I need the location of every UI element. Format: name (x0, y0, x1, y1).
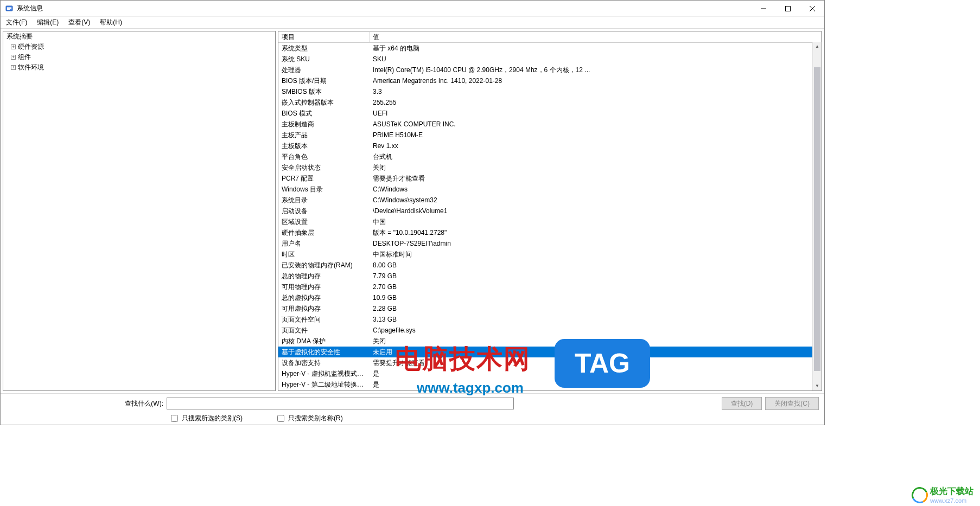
row-item: 总的虚拟内存 (278, 293, 370, 303)
menu-help[interactable]: 帮助(H) (97, 17, 125, 28)
table-row[interactable]: Windows 目录C:\Windows (278, 184, 822, 195)
row-value: ASUSTeK COMPUTER INC. (370, 119, 822, 129)
titlebar: 系统信息 (1, 1, 824, 17)
table-row[interactable]: 已安装的物理内存(RAM)8.00 GB (278, 260, 822, 271)
row-value: 7.79 GB (370, 271, 822, 281)
maximize-button[interactable] (775, 1, 800, 16)
row-item: 页面文件空间 (278, 315, 370, 324)
row-item: 硬件抽象层 (278, 228, 370, 238)
system-info-window: 系统信息 文件(F) 编辑(E) 查看(V) 帮助(H) 系统摘要 + (0, 0, 825, 425)
row-value: 3.3 (370, 87, 822, 97)
category-tree[interactable]: 系统摘要 + 硬件资源 + 组件 + 软件环境 (3, 31, 276, 391)
row-item: 主板产品 (278, 130, 370, 140)
table-header: 项目 值 (278, 31, 822, 43)
table-row[interactable]: SMBIOS 版本3.3 (278, 86, 822, 97)
table-row[interactable]: 基于虚拟化的安全性未启用 (278, 347, 822, 357)
expand-icon[interactable]: + (11, 55, 16, 60)
row-value: DESKTOP-7S29EIT\admin (370, 239, 822, 248)
chk-names-label: 只搜索类别名称(R) (288, 414, 343, 423)
row-value: 需要提升才能查看 (370, 174, 822, 183)
table-row[interactable]: 主板制造商ASUSTeK COMPUTER INC. (278, 119, 822, 130)
table-row[interactable]: 区域设置中国 (278, 216, 822, 227)
row-item: 用户名 (278, 239, 370, 248)
expand-icon[interactable]: + (11, 65, 16, 70)
jiguang-icon (909, 484, 930, 505)
row-value: Intel(R) Core(TM) i5-10400 CPU @ 2.90GHz… (370, 65, 822, 75)
row-item: BIOS 模式 (278, 108, 370, 118)
chk-selected-input[interactable] (171, 415, 178, 422)
table-row[interactable]: 用户名DESKTOP-7S29EIT\admin (278, 238, 822, 249)
row-item: 页面文件 (278, 325, 370, 335)
header-item[interactable]: 项目 (278, 32, 370, 42)
table-row[interactable]: 内核 DMA 保护关闭 (278, 336, 822, 347)
table-row[interactable]: 页面文件C:\pagefile.sys (278, 325, 822, 336)
minimize-button[interactable] (751, 1, 775, 16)
table-row[interactable]: 系统目录C:\Windows\system32 (278, 195, 822, 206)
search-input[interactable] (167, 398, 514, 409)
close-find-button[interactable]: 关闭查找(C) (765, 397, 819, 410)
scroll-up-button[interactable]: ▲ (813, 42, 822, 51)
table-row[interactable]: 时区中国标准时间 (278, 249, 822, 260)
menubar: 文件(F) 编辑(E) 查看(V) 帮助(H) (1, 17, 824, 29)
table-row[interactable]: Hyper-V - 第二级地址转换扩展是 (278, 379, 822, 390)
row-item: Windows 目录 (278, 184, 370, 194)
table-row[interactable]: 设备加密支持需要提升才能查看 (278, 357, 822, 368)
tree-root[interactable]: 系统摘要 (3, 31, 275, 42)
scroll-thumb[interactable] (814, 67, 820, 371)
menu-view[interactable]: 查看(V) (65, 17, 93, 28)
svg-rect-5 (785, 6, 790, 11)
table-body[interactable]: 系统类型基于 x64 的电脑系统 SKUSKU处理器Intel(R) Core(… (278, 43, 822, 390)
row-value: C:\Windows (370, 184, 822, 194)
row-item: 启动设备 (278, 206, 370, 216)
app-icon (5, 4, 14, 13)
table-row[interactable]: BIOS 模式UEFI (278, 108, 822, 119)
row-item: Hyper-V - 虚拟机监视模式扩展 (278, 369, 370, 379)
table-row[interactable]: 安全启动状态关闭 (278, 162, 822, 173)
chk-selected-category[interactable]: 只搜索所选的类别(S) (169, 413, 243, 424)
tree-node-hardware[interactable]: + 硬件资源 (3, 42, 275, 52)
table-row[interactable]: PCR7 配置需要提升才能查看 (278, 173, 822, 184)
row-value: American Megatrends Inc. 1410, 2022-01-2… (370, 76, 822, 86)
chk-category-names[interactable]: 只搜索类别名称(R) (275, 413, 343, 424)
header-value[interactable]: 值 (370, 32, 822, 42)
chk-names-input[interactable] (277, 415, 284, 422)
expand-icon[interactable]: + (11, 44, 16, 49)
tree-node-components[interactable]: + 组件 (3, 52, 275, 62)
jiguang-url: www.xz7.com (930, 497, 973, 504)
menu-edit[interactable]: 编辑(E) (34, 17, 62, 28)
table-row[interactable]: Hyper-V - 固件中启用的虚拟化否 (278, 390, 822, 390)
table-row[interactable]: 可用虚拟内存2.28 GB (278, 303, 822, 314)
tree-node-label: 软件环境 (18, 63, 44, 72)
table-row[interactable]: 系统类型基于 x64 的电脑 (278, 43, 822, 54)
menu-file[interactable]: 文件(F) (3, 17, 30, 28)
window-title: 系统信息 (17, 4, 43, 13)
table-row[interactable]: 主板版本Rev 1.xx (278, 140, 822, 151)
close-button[interactable] (800, 1, 824, 16)
table-row[interactable]: Hyper-V - 虚拟机监视模式扩展是 (278, 368, 822, 379)
svg-rect-2 (7, 8, 11, 9)
table-row[interactable]: 嵌入式控制器版本255.255 (278, 97, 822, 108)
row-item: 设备加密支持 (278, 358, 370, 368)
row-item: 可用物理内存 (278, 282, 370, 292)
table-row[interactable]: 硬件抽象层版本 = "10.0.19041.2728" (278, 227, 822, 238)
table-row[interactable]: 主板产品PRIME H510M-E (278, 130, 822, 140)
scroll-track[interactable] (813, 51, 822, 381)
find-button[interactable]: 查找(D) (722, 397, 762, 410)
table-row[interactable]: 可用物理内存2.70 GB (278, 281, 822, 292)
row-item: 内核 DMA 保护 (278, 336, 370, 346)
table-row[interactable]: 总的虚拟内存10.9 GB (278, 292, 822, 303)
table-row[interactable]: 启动设备\Device\HarddiskVolume1 (278, 206, 822, 216)
tree-node-software[interactable]: + 软件环境 (3, 62, 275, 73)
table-row[interactable]: 系统 SKUSKU (278, 54, 822, 65)
table-row[interactable]: BIOS 版本/日期American Megatrends Inc. 1410,… (278, 75, 822, 86)
table-row[interactable]: 总的物理内存7.79 GB (278, 271, 822, 281)
scroll-down-button[interactable]: ▼ (813, 381, 822, 390)
table-row[interactable]: 处理器Intel(R) Core(TM) i5-10400 CPU @ 2.90… (278, 65, 822, 75)
row-value: PRIME H510M-E (370, 130, 822, 140)
row-item: 系统类型 (278, 43, 370, 53)
row-value: 版本 = "10.0.19041.2728" (370, 228, 822, 238)
vertical-scrollbar[interactable]: ▲ ▼ (812, 42, 822, 390)
row-value: C:\Windows\system32 (370, 195, 822, 205)
table-row[interactable]: 页面文件空间3.13 GB (278, 314, 822, 325)
table-row[interactable]: 平台角色台式机 (278, 151, 822, 162)
